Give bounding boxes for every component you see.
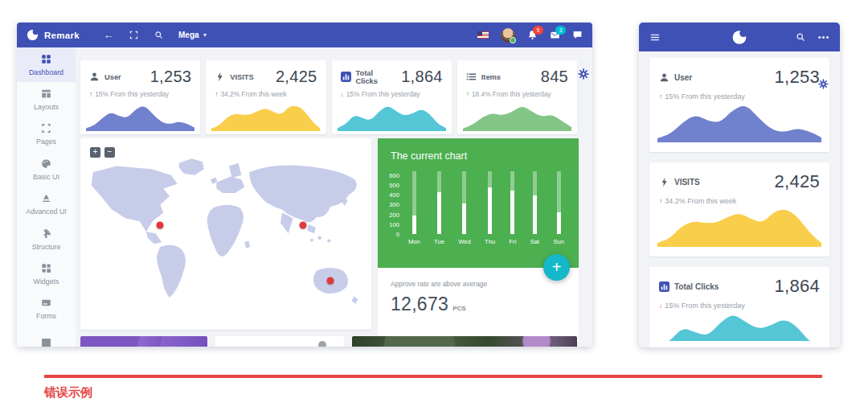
stat-card-label: VISITS — [230, 73, 253, 81]
stat-card-trend: ↓15% From this yesterday — [659, 302, 820, 310]
structure-icon — [41, 228, 51, 240]
stat-card[interactable]: VISITS2,425↑34.2% From this week — [206, 60, 326, 134]
trend-up-icon: ↑ — [215, 90, 218, 98]
bar-column: Fri — [509, 171, 516, 245]
trend-text: 15% From this yesterday — [346, 90, 420, 98]
y-axis-tick: 400 — [389, 191, 399, 199]
sidebar-item-basic-ui[interactable]: Basic UI — [17, 152, 76, 187]
notifications-bell-icon[interactable]: 5 — [527, 30, 538, 40]
chat-icon[interactable] — [572, 30, 583, 40]
sidebar-item-label: Layouts — [34, 103, 59, 111]
world-map[interactable] — [85, 150, 366, 322]
trend-up-icon: ↑ — [466, 90, 469, 98]
area-sparkline — [657, 207, 821, 247]
user-icon — [659, 72, 669, 83]
remark-logo-icon[interactable] — [27, 29, 39, 41]
stat-card-header: User1,253 — [659, 67, 820, 88]
partial-photo-card[interactable] — [352, 336, 577, 347]
bar-x-label: Fri — [509, 238, 516, 245]
main-content: User1,253↑15% From this yesterdayVISITS2… — [76, 47, 592, 347]
stat-card[interactable]: VISITS2,425↑34.2% From this week — [649, 162, 829, 257]
stat-card-trend: ↑34.2% From this week — [659, 197, 820, 205]
trend-text: 15% From this yesterday — [665, 302, 745, 310]
map-marker[interactable] — [300, 222, 307, 229]
language-flag-icon[interactable] — [477, 31, 489, 39]
navbar-right-icons: 5 3 — [477, 28, 583, 43]
search-icon[interactable] — [796, 32, 805, 42]
bar-track[interactable] — [557, 171, 561, 234]
chevron-down-icon: ▼ — [203, 32, 208, 38]
sidebar-item-label: Widgets — [34, 277, 59, 285]
map-zoom-in-button[interactable]: + — [90, 147, 100, 158]
navbar-left-icons: ← Mega▼ — [104, 31, 208, 40]
bar-fill — [412, 216, 416, 234]
chart-title: The current chart — [378, 138, 579, 168]
mobile-cards: User1,253↑15% From this yesterdayVISITS2… — [649, 58, 829, 347]
partial-purple-card[interactable] — [80, 336, 207, 347]
approve-rate-value: 12,673 — [391, 294, 448, 315]
remark-logo-icon[interactable] — [732, 30, 747, 45]
more-options-icon[interactable]: ••• — [819, 32, 829, 42]
trend-up-icon: ↑ — [659, 92, 662, 101]
stat-card[interactable]: User1,253↑15% From this yesterday — [80, 60, 200, 134]
bar-fill — [462, 203, 466, 234]
fullscreen-icon[interactable] — [129, 31, 138, 40]
bar-column: Sat — [530, 171, 539, 245]
map-marker[interactable] — [326, 277, 334, 284]
trend-text: 15% From this yesterday — [95, 90, 169, 98]
gear-icon[interactable] — [578, 68, 589, 80]
bar-track[interactable] — [462, 171, 466, 234]
partial-white-card[interactable] — [215, 336, 344, 347]
mobile-navbar: ••• — [639, 23, 840, 51]
trend-text: 18.4% From this yesterday — [472, 90, 551, 98]
bar-x-label: Sat — [530, 238, 539, 245]
bar-chart-icon — [659, 281, 669, 292]
map-zoom-out-button[interactable]: − — [104, 147, 115, 158]
bar-track[interactable] — [437, 171, 441, 234]
sidebar-item-structure[interactable]: Structure — [17, 222, 76, 257]
stat-card-trend: ↑34.2% From this week — [215, 90, 317, 98]
stat-card[interactable]: Total Clicks1,864↓15% From this yesterda… — [332, 60, 452, 134]
mail-icon[interactable]: 3 — [550, 30, 560, 40]
sidebar-item-forms[interactable]: Forms — [17, 292, 76, 327]
y-axis-tick: 200 — [389, 211, 399, 218]
sidebar-item-label: Advanced UI — [26, 207, 66, 216]
sidebar-item-pages[interactable]: Pages — [17, 117, 76, 152]
stat-card[interactable]: Items845↑18.4% From this yesterday — [457, 60, 577, 134]
sidebar-item-tables[interactable] — [17, 327, 76, 347]
bar-column: Wed — [458, 171, 470, 245]
avatar[interactable] — [501, 28, 515, 43]
bar-x-label: Wed — [458, 238, 470, 245]
stat-card-label: Total Clicks — [674, 282, 719, 291]
partial-card — [649, 341, 829, 347]
mega-menu[interactable]: Mega▼ — [178, 31, 208, 39]
bar-track[interactable] — [533, 171, 537, 234]
hamburger-menu-icon[interactable] — [650, 32, 660, 42]
brand-title[interactable]: Remark — [44, 31, 80, 40]
map-marker[interactable] — [156, 222, 163, 229]
bar-x-label: Tue — [434, 238, 444, 245]
bar-track[interactable] — [412, 171, 416, 234]
stat-card-header: VISITS2,425 — [215, 68, 317, 86]
advanced-ui-icon — [41, 193, 51, 205]
current-chart-card: The current chart 0100200300400500600 Mo… — [378, 138, 579, 330]
bar-track[interactable] — [510, 171, 514, 234]
sidebar-item-label: Structure — [32, 243, 61, 251]
sidebar-item-advanced-ui[interactable]: Advanced UI — [17, 187, 76, 222]
mobile-screenshot: ••• User1,253↑15% From this yesterdayVIS… — [639, 23, 840, 347]
sidebar-item-label: Basic UI — [33, 173, 59, 181]
search-icon[interactable] — [154, 31, 163, 40]
bar-track[interactable] — [488, 171, 492, 234]
layouts-icon — [41, 88, 51, 101]
gear-icon[interactable] — [818, 78, 829, 88]
sidebar-item-widgets[interactable]: Widgets — [17, 257, 76, 291]
y-axis-tick: 0 — [396, 231, 399, 238]
online-status-dot — [510, 37, 516, 43]
add-fab-button[interactable]: + — [543, 254, 570, 281]
back-arrow-icon[interactable]: ← — [104, 31, 113, 40]
stat-card[interactable]: User1,253↑15% From this yesterday — [649, 58, 829, 152]
sidebar-item-layouts[interactable]: Layouts — [17, 82, 76, 117]
stat-cards-row: User1,253↑15% From this yesterdayVISITS2… — [80, 60, 577, 134]
sidebar-item-dashboard[interactable]: Dashboard — [17, 47, 76, 82]
stat-card[interactable]: Total Clicks1,864↓15% From this yesterda… — [649, 267, 829, 347]
